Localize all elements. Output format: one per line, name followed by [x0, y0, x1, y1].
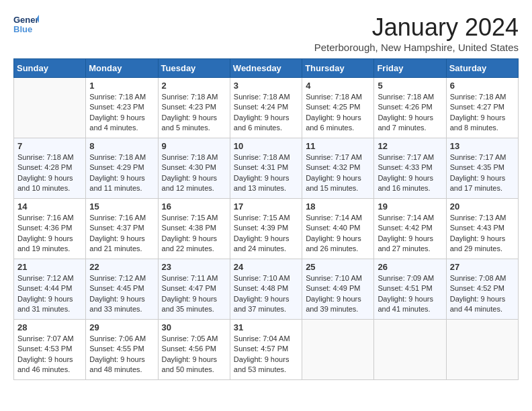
calendar-cell: 31Sunrise: 7:04 AMSunset: 4:57 PMDayligh…	[230, 320, 302, 380]
cell-content: Sunrise: 7:14 AMSunset: 4:42 PMDaylight:…	[378, 213, 442, 255]
cell-line: Daylight: 9 hours	[162, 355, 218, 363]
cell-line: and 24 minutes.	[234, 244, 286, 253]
cell-line: Daylight: 9 hours	[162, 113, 218, 122]
calendar-cell: 8Sunrise: 7:18 AMSunset: 4:29 PMDaylight…	[86, 138, 158, 199]
cell-line: and 7 minutes.	[378, 124, 426, 132]
cell-line: Sunrise: 7:18 AM	[234, 93, 290, 101]
col-header-friday: Friday	[374, 59, 446, 78]
cell-line: Daylight: 9 hours	[450, 174, 506, 182]
cell-line: Sunset: 4:39 PM	[234, 224, 288, 232]
cell-line: Sunset: 4:23 PM	[162, 103, 216, 111]
cell-line: Sunrise: 7:18 AM	[17, 153, 74, 161]
col-header-monday: Monday	[86, 59, 158, 78]
cell-line: Sunrise: 7:16 AM	[89, 214, 146, 222]
cell-line: and 13 minutes.	[234, 184, 286, 192]
cell-line: and 22 minutes.	[162, 244, 214, 253]
day-number: 2	[162, 81, 226, 91]
cell-line: Sunset: 4:32 PM	[306, 163, 360, 171]
cell-line: Sunset: 4:51 PM	[378, 284, 432, 292]
cell-content: Sunrise: 7:11 AMSunset: 4:47 PMDaylight:…	[162, 273, 226, 315]
calendar-cell: 6Sunrise: 7:18 AMSunset: 4:27 PMDaylight…	[446, 78, 518, 138]
cell-line: and 4 minutes.	[89, 124, 138, 132]
calendar-week-5: 28Sunrise: 7:07 AMSunset: 4:53 PMDayligh…	[14, 320, 519, 380]
calendar-cell: 4Sunrise: 7:18 AMSunset: 4:25 PMDaylight…	[302, 78, 374, 138]
cell-line: Sunset: 4:52 PM	[450, 284, 504, 292]
cell-line: Sunrise: 7:18 AM	[234, 153, 290, 161]
cell-line: and 46 minutes.	[17, 365, 70, 373]
day-number: 17	[234, 201, 298, 212]
cell-line: Sunrise: 7:06 AM	[89, 334, 146, 342]
cell-line: Sunset: 4:55 PM	[89, 345, 144, 353]
day-number: 8	[89, 141, 154, 151]
cell-line: and 17 minutes.	[450, 184, 502, 192]
cell-line: and 5 minutes.	[162, 124, 210, 132]
cell-content: Sunrise: 7:13 AMSunset: 4:43 PMDaylight:…	[450, 213, 515, 255]
cell-line: Sunrise: 7:18 AM	[162, 153, 218, 161]
calendar-cell: 9Sunrise: 7:18 AMSunset: 4:30 PMDaylight…	[158, 138, 230, 199]
svg-text:General: General	[13, 15, 39, 25]
cell-line: and 53 minutes.	[234, 365, 286, 373]
calendar-cell: 3Sunrise: 7:18 AMSunset: 4:24 PMDaylight…	[230, 78, 302, 138]
cell-line: Sunset: 4:26 PM	[378, 103, 432, 111]
title-block: January 2024 Peterborough, New Hampshire…	[314, 13, 519, 53]
month-title: January 2024	[314, 13, 519, 42]
col-header-thursday: Thursday	[302, 59, 374, 78]
calendar-cell: 19Sunrise: 7:14 AMSunset: 4:42 PMDayligh…	[374, 199, 446, 259]
cell-line: Daylight: 9 hours	[89, 355, 145, 363]
cell-line: Sunrise: 7:10 AM	[306, 274, 362, 282]
cell-line: Daylight: 9 hours	[306, 295, 361, 303]
cell-line: Sunset: 4:38 PM	[162, 224, 216, 232]
cell-line: Daylight: 9 hours	[306, 234, 361, 242]
cell-line: Sunrise: 7:17 AM	[450, 153, 506, 161]
cell-line: Sunset: 4:28 PM	[17, 163, 72, 171]
day-number: 7	[17, 141, 82, 151]
calendar-cell: 25Sunrise: 7:10 AMSunset: 4:49 PMDayligh…	[302, 259, 374, 320]
cell-line: Sunset: 4:56 PM	[162, 345, 216, 353]
calendar-cell: 21Sunrise: 7:12 AMSunset: 4:44 PMDayligh…	[14, 259, 86, 320]
cell-line: Sunrise: 7:05 AM	[162, 334, 218, 342]
calendar-cell: 10Sunrise: 7:18 AMSunset: 4:31 PMDayligh…	[230, 138, 302, 199]
cell-content: Sunrise: 7:17 AMSunset: 4:32 PMDaylight:…	[306, 152, 370, 194]
cell-line: Sunrise: 7:15 AM	[162, 214, 218, 222]
cell-line: Sunrise: 7:14 AM	[378, 214, 434, 222]
cell-line: Daylight: 9 hours	[234, 355, 290, 363]
cell-line: and 11 minutes.	[89, 184, 142, 192]
cell-line: Daylight: 9 hours	[89, 234, 145, 242]
day-number: 15	[89, 201, 154, 212]
cell-content: Sunrise: 7:18 AMSunset: 4:31 PMDaylight:…	[234, 152, 298, 194]
location: Peterborough, New Hampshire, United Stat…	[314, 42, 519, 53]
day-number: 25	[306, 262, 370, 272]
cell-line: Sunrise: 7:15 AM	[234, 214, 290, 222]
cell-line: Sunset: 4:48 PM	[234, 284, 288, 292]
day-number: 14	[17, 201, 82, 212]
cell-line: Sunrise: 7:12 AM	[17, 274, 74, 282]
cell-line: and 6 minutes.	[306, 124, 354, 132]
calendar-cell	[446, 320, 518, 380]
calendar-cell: 23Sunrise: 7:11 AMSunset: 4:47 PMDayligh…	[158, 259, 230, 320]
cell-line: Sunrise: 7:12 AM	[89, 274, 146, 282]
cell-content: Sunrise: 7:04 AMSunset: 4:57 PMDaylight:…	[234, 334, 298, 375]
cell-line: Sunset: 4:24 PM	[234, 103, 288, 111]
cell-line: and 33 minutes.	[89, 305, 142, 313]
cell-line: and 35 minutes.	[162, 305, 214, 313]
day-number: 31	[234, 322, 298, 332]
cell-line: Sunrise: 7:18 AM	[162, 93, 218, 101]
cell-line: and 19 minutes.	[17, 244, 70, 253]
day-number: 5	[378, 81, 442, 91]
cell-content: Sunrise: 7:18 AMSunset: 4:23 PMDaylight:…	[162, 92, 226, 134]
cell-content: Sunrise: 7:14 AMSunset: 4:40 PMDaylight:…	[306, 213, 370, 255]
cell-content: Sunrise: 7:16 AMSunset: 4:36 PMDaylight:…	[17, 213, 82, 255]
calendar-cell	[302, 320, 374, 380]
cell-line: and 8 minutes.	[450, 124, 498, 132]
day-number: 19	[378, 201, 442, 212]
day-number: 22	[89, 262, 154, 272]
cell-line: Sunrise: 7:17 AM	[306, 153, 362, 161]
cell-line: Sunrise: 7:14 AM	[306, 214, 362, 222]
day-number: 9	[162, 141, 226, 151]
calendar-cell: 20Sunrise: 7:13 AMSunset: 4:43 PMDayligh…	[446, 199, 518, 259]
cell-line: Sunrise: 7:16 AM	[17, 214, 74, 222]
calendar-week-4: 21Sunrise: 7:12 AMSunset: 4:44 PMDayligh…	[14, 259, 519, 320]
calendar-cell: 26Sunrise: 7:09 AMSunset: 4:51 PMDayligh…	[374, 259, 446, 320]
cell-line: Sunset: 4:31 PM	[234, 163, 288, 171]
cell-line: and 37 minutes.	[234, 305, 286, 313]
